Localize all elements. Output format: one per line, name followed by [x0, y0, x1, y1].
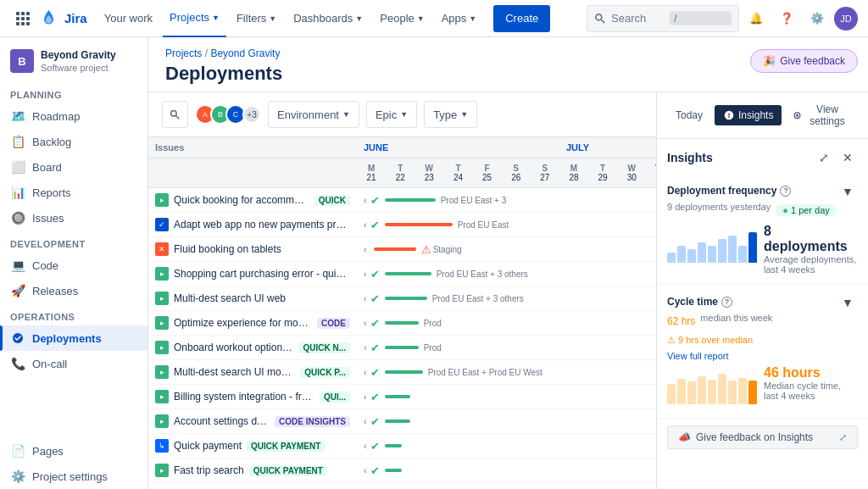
issue-name[interactable]: Fluid booking on tablets [174, 243, 281, 255]
issue-name[interactable]: Adapt web app no new payments provide... [174, 219, 350, 231]
nav-left[interactable]: ‹ [364, 392, 367, 402]
table-row[interactable]: ✕ Fluid booking on tablets ‹ ⚠ Staging [148, 237, 656, 262]
nav-left[interactable]: ‹ [364, 367, 367, 377]
table-row[interactable]: ▸ Onboard workout options (OWO) QUICK N.… [148, 336, 656, 360]
bar-7 [738, 378, 747, 404]
nav-left[interactable]: ‹ [364, 441, 367, 451]
table-row[interactable]: ✓ Adapt web app no new payments provide.… [148, 213, 656, 237]
nav-apps[interactable]: Apps▼ [435, 0, 484, 37]
search-box[interactable]: Search / [587, 5, 739, 32]
breadcrumb-project[interactable]: Beyond Gravity [210, 47, 280, 59]
page-header: Projects / Beyond Gravity Deployments 🎉 … [148, 37, 868, 92]
bar-3 [698, 376, 706, 404]
env-label: Prod [424, 319, 442, 328]
sidebar-item-code[interactable]: 💻 Code [0, 253, 147, 278]
ops-section-label: OPERATIONS [0, 303, 147, 325]
sidebar-item-backlog[interactable]: 📋 Backlog [0, 129, 147, 154]
table-row[interactable]: ▸ Quick booking for accommodations QUICK… [148, 188, 656, 213]
tab-view-settings[interactable]: View settings [785, 99, 858, 131]
give-feedback-label: Give feedback on Insights [696, 431, 813, 443]
table-row[interactable]: ↳ Quick payment QUICK PAYMENT ‹ ✔ [148, 434, 656, 458]
app-switcher[interactable] [10, 6, 36, 31]
nav-left[interactable]: ‹ [364, 269, 367, 279]
issue-name[interactable]: Fast trip search [174, 464, 244, 476]
epic-filter[interactable]: Epic ▼ [366, 101, 417, 128]
sidebar-item-roadmap[interactable]: 🗺️ Roadmap [0, 103, 147, 129]
notifications-icon[interactable]: 🔔 [743, 5, 770, 32]
sidebar-item-board[interactable]: ⬜ Board [0, 154, 147, 180]
environment-filter[interactable]: Environment ▼ [268, 101, 359, 128]
timeline-cell-9: ‹ ✔ [357, 409, 656, 434]
avatar-group[interactable]: A B C +3 [195, 104, 261, 125]
sidebar-item-reports[interactable]: 📊 Reports [0, 180, 147, 205]
nav-filters[interactable]: Filters▼ [230, 0, 283, 37]
issue-name[interactable]: Quick booking for accommodations [174, 194, 309, 206]
help-icon[interactable]: ❓ [773, 5, 800, 32]
type-filter[interactable]: Type ▼ [424, 101, 477, 128]
nav-left[interactable]: ‹ [364, 293, 367, 303]
sidebar-item-deployments[interactable]: Deployments [0, 325, 147, 351]
logo[interactable]: Jira [39, 8, 87, 29]
nav-left[interactable]: ‹ [364, 465, 367, 475]
nav-left[interactable]: ‹ [364, 416, 367, 426]
cycle-time-info[interactable]: ? [721, 297, 732, 308]
deploy-freq-info[interactable]: ? [780, 186, 791, 197]
nav-left[interactable]: ‹ [364, 219, 367, 230]
nav-left[interactable]: ‹ [364, 195, 367, 205]
issue-name[interactable]: Multi-dest search UI web [174, 292, 286, 304]
svg-point-9 [596, 14, 602, 19]
tab-today[interactable]: Today [667, 105, 711, 125]
nav-people[interactable]: People▼ [373, 0, 431, 37]
search-placeholder: Search [611, 12, 665, 25]
sidebar-item-oncall[interactable]: 📞 On-call [0, 351, 147, 376]
issue-name[interactable]: Account settings defaults [174, 415, 270, 427]
issue-name[interactable]: Shopping cart purchasing error - quick f… [174, 268, 350, 280]
breadcrumb-projects[interactable]: Projects [165, 47, 202, 59]
deploy-bar [385, 395, 410, 398]
give-feedback-main-button[interactable]: 🎉 Give feedback [750, 49, 858, 73]
user-avatar[interactable]: JD [834, 7, 858, 31]
settings-icon[interactable]: ⚙️ [804, 5, 831, 32]
table-row[interactable]: ▸ Multi-dest search UI web ‹ ✔ Prod EU E… [148, 286, 656, 311]
nav-left[interactable]: ‹ [364, 342, 367, 353]
deploy-bar [385, 370, 423, 374]
search-input-box[interactable] [162, 101, 188, 128]
issue-name[interactable]: Quick payment [174, 440, 242, 452]
svg-rect-7 [21, 22, 25, 25]
issue-name[interactable]: Onboard workout options (OWO) [174, 342, 293, 353]
table-row[interactable]: ▸ Shopping cart purchasing error - quick… [148, 262, 656, 286]
issue-name[interactable]: Multi-dest search UI mobileweb [174, 366, 295, 378]
sidebar-item-project-settings[interactable]: ⚙️ Project settings [0, 464, 147, 489]
app-layout: B Beyond Gravity Software project PLANNI… [0, 37, 868, 489]
expand-icon[interactable]: ⤢ [814, 147, 834, 168]
sidebar-item-issues[interactable]: 🔘 Issues [0, 205, 147, 231]
close-icon[interactable]: ✕ [837, 147, 858, 168]
sidebar-item-releases[interactable]: 🚀 Releases [0, 278, 147, 303]
table-row[interactable]: ▸ Fast trip search QUICK PAYMENT ‹ ✔ [148, 458, 656, 483]
cycle-time-collapse[interactable]: ▼ [837, 292, 858, 313]
svg-rect-4 [21, 17, 25, 20]
nav-left[interactable]: ‹ [364, 244, 367, 254]
view-full-report-link[interactable]: View full report [667, 351, 729, 361]
create-button[interactable]: Create [493, 5, 550, 32]
issue-cell-1: ✓ Adapt web app no new payments provide.… [148, 213, 357, 237]
epic-caret: ▼ [400, 110, 408, 119]
issues-icon: 🔘 [10, 210, 25, 225]
table-row[interactable]: ✓ Affiliate links integration CODE INSIG… [148, 483, 656, 487]
table-row[interactable]: ▸ Billing system integration - frontend … [148, 385, 656, 409]
deploy-freq-collapse[interactable]: ▼ [837, 181, 858, 202]
dev-section-label: DEVELOPMENT [0, 231, 147, 253]
issue-name[interactable]: Optimize experience for mobile web [174, 317, 312, 329]
nav-left[interactable]: ‹ [364, 318, 367, 328]
table-row[interactable]: ▸ Account settings defaults CODE INSIGHT… [148, 409, 656, 434]
sidebar-item-pages[interactable]: 📄 Pages [0, 438, 147, 464]
issue-cell-0: ▸ Quick booking for accommodations QUICK [148, 188, 357, 213]
nav-your-work[interactable]: Your work [97, 0, 159, 37]
give-feedback-insights-button[interactable]: 📣 Give feedback on Insights ⤢ [667, 425, 858, 449]
issue-name[interactable]: Billing system integration - frontend [174, 391, 314, 403]
table-row[interactable]: ▸ Optimize experience for mobile web COD… [148, 311, 656, 336]
table-row[interactable]: ▸ Multi-dest search UI mobileweb QUICK P… [148, 360, 656, 385]
nav-dashboards[interactable]: Dashboards▼ [287, 0, 370, 37]
nav-projects[interactable]: Projects▼ [163, 0, 226, 37]
tab-insights[interactable]: Insights [715, 105, 782, 125]
